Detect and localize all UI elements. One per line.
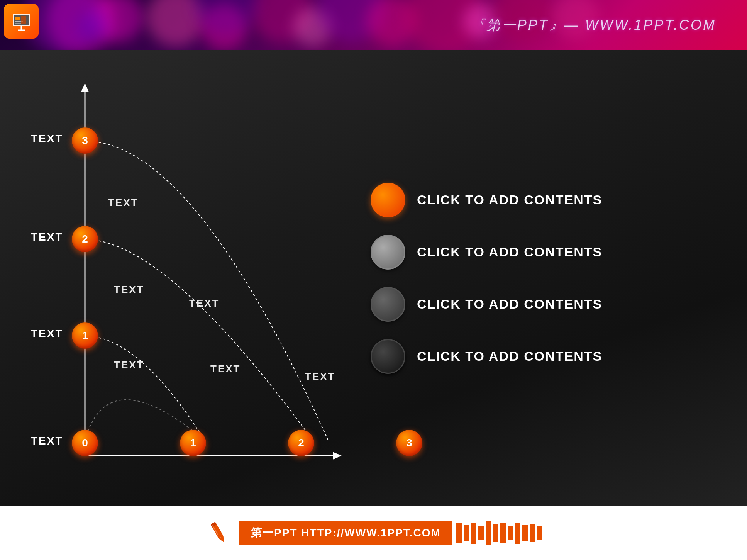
svg-marker-11 (333, 452, 342, 460)
legend-item-1[interactable]: CLICK TO ADD CONTENTS (371, 178, 747, 222)
main-content: 3 TEXT 2 TEXT 1 TEXT 0 TEXT 1 2 3 TEXT T… (0, 50, 747, 506)
footer-banner: 第一PPT HTTP://WWW.1PPT.COM (239, 521, 452, 545)
legend-text-3[interactable]: CLICK TO ADD CONTENTS (417, 297, 602, 312)
label-x0-text: TEXT (31, 435, 63, 447)
label-y1-text: TEXT (31, 328, 63, 340)
legend-item-4[interactable]: CLICK TO ADD CONTENTS (371, 334, 747, 378)
stripe-10 (522, 525, 528, 541)
stripe-11 (530, 524, 535, 542)
stripe-1 (456, 523, 462, 543)
presentation-icon (11, 11, 32, 32)
text-inline-6: TEXT (305, 371, 335, 383)
text-inline-2: TEXT (114, 284, 144, 296)
legend-item-2[interactable]: CLICK TO ADD CONTENTS (371, 230, 747, 274)
legend-circle-gray1 (371, 235, 405, 270)
svg-rect-7 (21, 16, 26, 24)
label-y2-text: TEXT (31, 231, 63, 243)
text-inline-1: TEXT (108, 197, 138, 209)
node-x1: 1 (180, 430, 206, 456)
stripe-4 (478, 526, 484, 540)
footer-pencil-icon (205, 519, 232, 547)
label-y3-text: TEXT (31, 132, 63, 145)
node-y3: 3 (72, 127, 98, 154)
node-y2: 2 (72, 226, 98, 252)
stripe-7 (500, 523, 506, 543)
node-x0: 0 (72, 430, 98, 456)
svg-rect-6 (15, 23, 21, 24)
stripe-6 (493, 524, 498, 542)
footer: 第一PPT HTTP://WWW.1PPT.COM (0, 506, 747, 560)
node-x2: 2 (288, 430, 314, 456)
text-inline-5: TEXT (210, 363, 241, 375)
stripe-8 (508, 526, 513, 540)
footer-stripes (456, 521, 542, 545)
header: 『第一PPT』— WWW.1PPT.COM (0, 0, 747, 50)
node-y1: 1 (72, 322, 98, 349)
stripe-9 (515, 523, 520, 544)
text-inline-3: TEXT (189, 297, 219, 309)
stripe-3 (471, 523, 476, 544)
header-title: 『第一PPT』— WWW.1PPT.COM (471, 16, 716, 35)
app-logo (4, 4, 39, 39)
node-x3: 3 (396, 430, 422, 456)
legend-text-4[interactable]: CLICK TO ADD CONTENTS (417, 349, 602, 364)
svg-rect-4 (15, 17, 20, 20)
legend-circle-orange (371, 183, 405, 217)
stripe-2 (464, 525, 469, 541)
legend-item-3[interactable]: CLICK TO ADD CONTENTS (371, 282, 747, 326)
legend-text-1[interactable]: CLICK TO ADD CONTENTS (417, 192, 602, 207)
chart-area: 3 TEXT 2 TEXT 1 TEXT 0 TEXT 1 2 3 TEXT T… (0, 50, 347, 506)
stripe-5 (486, 521, 491, 545)
legend-text-2[interactable]: CLICK TO ADD CONTENTS (417, 244, 602, 260)
legend-circle-black (371, 339, 405, 374)
text-inline-4: TEXT (114, 359, 144, 371)
legend-circle-gray2 (371, 287, 405, 322)
svg-marker-9 (81, 83, 89, 92)
stripe-12 (537, 526, 542, 540)
